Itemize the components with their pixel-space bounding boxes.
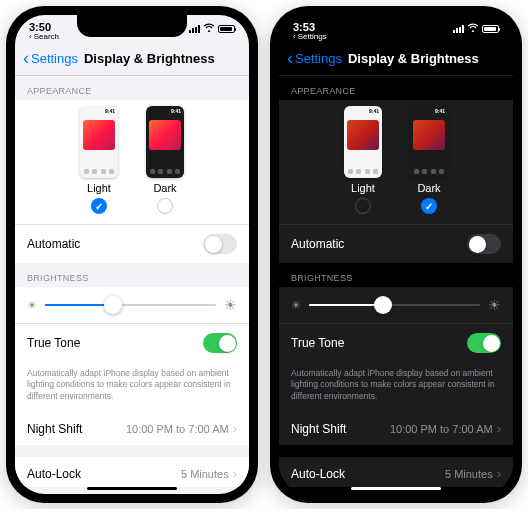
true-tone-switch[interactable] — [203, 333, 237, 353]
cellular-icon — [189, 25, 200, 33]
row-label: Night Shift — [27, 422, 82, 436]
night-shift-row[interactable]: Night Shift 10:00 PM to 7:00 AM› — [279, 412, 513, 445]
chevron-left-icon: ‹ — [23, 49, 29, 67]
home-indicator[interactable] — [87, 487, 177, 491]
chevron-right-icon: › — [497, 421, 501, 436]
nav-bar: ‹Settings Display & Brightness — [15, 45, 249, 76]
true-tone-row[interactable]: True Tone — [279, 323, 513, 362]
chevron-right-icon: › — [497, 466, 501, 481]
automatic-switch[interactable] — [467, 234, 501, 254]
true-tone-switch[interactable] — [467, 333, 501, 353]
row-label: Auto-Lock — [291, 467, 345, 481]
brightness-slider[interactable] — [309, 304, 480, 306]
row-label: Night Shift — [291, 422, 346, 436]
content[interactable]: APPEARANCE 9:41 Light 9:41 — [279, 76, 513, 487]
appearance-option-light[interactable]: 9:41 Light — [344, 106, 382, 214]
theme-label: Dark — [153, 182, 176, 194]
chevron-right-icon: › — [233, 466, 237, 481]
battery-icon — [218, 25, 235, 33]
preview-light: 9:41 — [80, 106, 118, 178]
home-indicator[interactable] — [351, 487, 441, 491]
radio-unchecked-icon — [355, 198, 371, 214]
back-button[interactable]: ‹Settings — [23, 49, 78, 67]
notch — [77, 15, 187, 37]
sun-high-icon: ☀︎ — [224, 297, 237, 313]
theme-label: Dark — [417, 182, 440, 194]
brightness-slider-row: ☀︎ ☀︎ — [279, 287, 513, 323]
iphone-frame-dark: 3:53 ‹Settings ‹Settings Display & Brigh… — [270, 6, 522, 503]
appearance-option-dark[interactable]: 9:41 Dark — [410, 106, 448, 214]
automatic-switch[interactable] — [203, 234, 237, 254]
true-tone-footer: Automatically adapt iPhone display based… — [279, 362, 513, 412]
page-title: Display & Brightness — [84, 51, 215, 66]
battery-icon — [482, 25, 499, 33]
back-button[interactable]: ‹Settings — [287, 49, 342, 67]
radio-checked-icon — [91, 198, 107, 214]
sun-high-icon: ☀︎ — [488, 297, 501, 313]
chevron-left-icon: ‹ — [287, 49, 293, 67]
auto-lock-row[interactable]: Auto-Lock 5 Minutes› — [15, 457, 249, 487]
appearance-panel: 9:41 Light 9:41 Dark — [15, 100, 249, 224]
appearance-header: APPEARANCE — [279, 76, 513, 100]
brightness-slider[interactable] — [45, 304, 216, 306]
brightness-header: BRIGHTNESS — [279, 263, 513, 287]
true-tone-row[interactable]: True Tone — [15, 323, 249, 362]
row-label: True Tone — [27, 336, 80, 350]
content[interactable]: APPEARANCE 9:41 Light 9:41 — [15, 76, 249, 487]
cellular-icon — [453, 25, 464, 33]
sun-low-icon: ☀︎ — [27, 299, 37, 312]
automatic-row[interactable]: Automatic — [279, 224, 513, 263]
true-tone-footer: Automatically adapt iPhone display based… — [15, 362, 249, 412]
row-label: Automatic — [291, 237, 344, 251]
row-label: Auto-Lock — [27, 467, 81, 481]
status-back-link[interactable]: ‹Search — [29, 33, 59, 42]
appearance-panel: 9:41 Light 9:41 Dark — [279, 100, 513, 224]
preview-dark: 9:41 — [410, 106, 448, 178]
chevron-right-icon: › — [233, 421, 237, 436]
screen-light: 3:50 ‹Search ‹Settings Display & Brightn… — [15, 15, 249, 494]
theme-label: Light — [87, 182, 111, 194]
automatic-row[interactable]: Automatic — [15, 224, 249, 263]
brightness-header: BRIGHTNESS — [15, 263, 249, 287]
nav-bar: ‹Settings Display & Brightness — [279, 45, 513, 76]
appearance-option-light[interactable]: 9:41 Light — [80, 106, 118, 214]
preview-light: 9:41 — [344, 106, 382, 178]
auto-lock-row[interactable]: Auto-Lock 5 Minutes› — [279, 457, 513, 487]
row-label: True Tone — [291, 336, 344, 350]
iphone-frame-light: 3:50 ‹Search ‹Settings Display & Brightn… — [6, 6, 258, 503]
wifi-icon — [467, 23, 479, 34]
page-title: Display & Brightness — [348, 51, 479, 66]
radio-checked-icon — [421, 198, 437, 214]
sun-low-icon: ☀︎ — [291, 299, 301, 312]
brightness-slider-row: ☀︎ ☀︎ — [15, 287, 249, 323]
theme-label: Light — [351, 182, 375, 194]
preview-dark: 9:41 — [146, 106, 184, 178]
radio-unchecked-icon — [157, 198, 173, 214]
notch — [341, 15, 451, 37]
row-label: Automatic — [27, 237, 80, 251]
wifi-icon — [203, 23, 215, 34]
night-shift-row[interactable]: Night Shift 10:00 PM to 7:00 AM› — [15, 412, 249, 445]
screen-dark: 3:53 ‹Settings ‹Settings Display & Brigh… — [279, 15, 513, 494]
appearance-option-dark[interactable]: 9:41 Dark — [146, 106, 184, 214]
appearance-header: APPEARANCE — [15, 76, 249, 100]
status-back-link[interactable]: ‹Settings — [293, 33, 327, 42]
